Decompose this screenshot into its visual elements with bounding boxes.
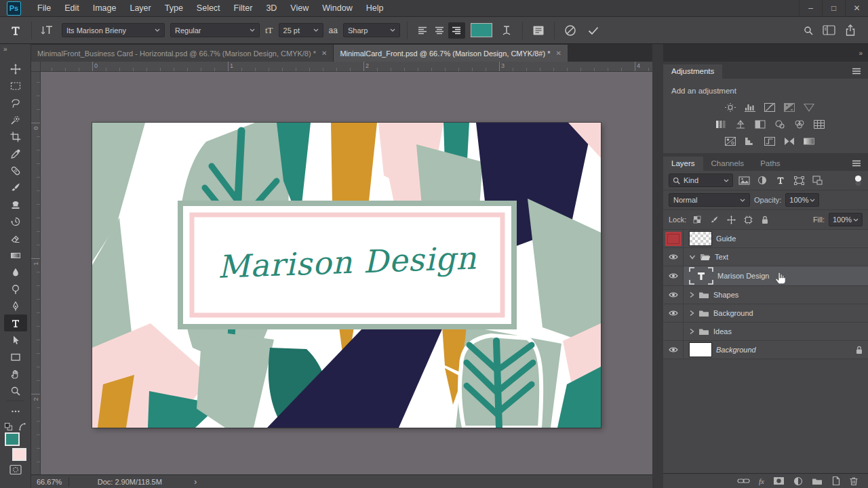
rectangular-marquee-tool[interactable]: [4, 77, 27, 94]
layer-row-guide[interactable]: Guide: [663, 230, 868, 248]
chevron-down-icon[interactable]: [689, 254, 696, 260]
menu-window[interactable]: Window: [315, 0, 359, 17]
menu-view[interactable]: View: [283, 0, 315, 17]
visibility-toggle[interactable]: [663, 266, 684, 285]
delete-layer-icon[interactable]: [849, 476, 859, 486]
text-color-swatch[interactable]: [471, 23, 492, 37]
gradient-tool[interactable]: [4, 247, 27, 264]
layer-name[interactable]: Marison Design: [717, 272, 769, 280]
exposure-icon[interactable]: [783, 102, 796, 113]
quick-selection-tool[interactable]: [4, 111, 27, 128]
new-group-icon[interactable]: [812, 477, 823, 485]
menu-help[interactable]: Help: [359, 0, 391, 17]
lock-transparency-icon[interactable]: [691, 214, 703, 226]
filter-toggle-switch[interactable]: [854, 175, 863, 186]
document-canvas[interactable]: Marison Design: [92, 123, 601, 428]
search-icon[interactable]: [804, 26, 813, 35]
color-lookup-icon[interactable]: [812, 119, 826, 129]
menu-edit[interactable]: Edit: [58, 0, 86, 17]
eraser-tool[interactable]: [4, 230, 27, 247]
align-center-button[interactable]: [431, 22, 448, 39]
pen-tool[interactable]: [4, 298, 27, 314]
visibility-toggle[interactable]: [663, 248, 684, 266]
add-layer-mask-icon[interactable]: [773, 476, 785, 485]
new-layer-icon[interactable]: [831, 476, 840, 486]
visibility-toggle[interactable]: [663, 323, 684, 340]
zoom-level-field[interactable]: 66.67%: [31, 478, 68, 486]
visibility-toggle[interactable]: [663, 230, 684, 247]
dodge-tool[interactable]: [4, 281, 27, 298]
layer-row-ideas-group[interactable]: Ideas: [663, 323, 868, 341]
cancel-edits-icon[interactable]: [561, 22, 579, 39]
type-tool-preset-icon[interactable]: [7, 22, 24, 39]
tab-layers[interactable]: Layers: [663, 157, 703, 171]
crop-tool[interactable]: [4, 128, 27, 145]
hand-tool[interactable]: [4, 365, 27, 382]
document-tab-1[interactable]: MinimalFront_Business Card - Horizontal.…: [31, 45, 334, 62]
move-tool[interactable]: [4, 60, 27, 77]
filter-shape-layers-icon[interactable]: [791, 174, 806, 187]
levels-icon[interactable]: [743, 102, 757, 113]
layer-name[interactable]: Text: [715, 253, 728, 261]
close-tab-icon[interactable]: ✕: [556, 49, 561, 57]
font-family-select[interactable]: Its Marison Brieny: [62, 23, 165, 37]
collapse-tools-icon[interactable]: »: [0, 44, 31, 60]
path-selection-tool[interactable]: [4, 331, 27, 348]
layer-row-background[interactable]: Background: [663, 341, 868, 359]
rectangle-tool[interactable]: [4, 348, 27, 365]
history-brush-tool[interactable]: [4, 213, 27, 230]
menu-image[interactable]: Image: [86, 0, 123, 17]
hue-saturation-icon[interactable]: [714, 119, 728, 129]
collapse-panels-icon[interactable]: »: [663, 44, 868, 62]
layer-name[interactable]: Background: [713, 309, 753, 317]
filter-smart-objects-icon[interactable]: [810, 174, 825, 187]
chevron-right-icon[interactable]: [689, 328, 694, 335]
new-adjustment-layer-icon[interactable]: [793, 476, 803, 486]
layer-row-background-group[interactable]: Background: [663, 304, 868, 323]
clone-stamp-tool[interactable]: [4, 196, 27, 213]
channel-mixer-icon[interactable]: [793, 119, 806, 129]
horizontal-type-tool[interactable]: [4, 314, 27, 331]
vibrance-icon[interactable]: [802, 102, 816, 113]
brightness-contrast-icon[interactable]: [724, 102, 737, 113]
anti-alias-select[interactable]: Sharp: [343, 23, 400, 37]
posterize-icon[interactable]: [743, 136, 757, 146]
maximize-button[interactable]: □: [822, 0, 845, 17]
selective-color-icon[interactable]: [783, 136, 796, 146]
tab-adjustments[interactable]: Adjustments: [663, 64, 722, 79]
layer-name[interactable]: Shapes: [713, 291, 738, 299]
toggle-character-panel-icon[interactable]: [530, 22, 547, 39]
document-tab-2[interactable]: MinimalCard_Front.psd @ 66.7% (Marison D…: [334, 45, 568, 62]
menu-filter[interactable]: Filter: [227, 0, 260, 17]
eyedropper-tool[interactable]: [4, 145, 27, 162]
font-style-select[interactable]: Regular: [170, 23, 260, 37]
invert-icon[interactable]: [724, 136, 737, 146]
swap-colors-icon[interactable]: [18, 422, 27, 431]
layer-thumbnail[interactable]: [689, 231, 712, 246]
layer-row-text-group[interactable]: Text: [663, 248, 868, 266]
layer-name[interactable]: Guide: [716, 235, 736, 243]
menu-file[interactable]: File: [31, 0, 58, 17]
vertical-ruler[interactable]: 0 1 2: [31, 72, 41, 474]
black-white-icon[interactable]: [753, 119, 767, 129]
layer-thumbnail[interactable]: [689, 342, 712, 357]
background-color-swatch[interactable]: [12, 448, 26, 461]
filter-adjustment-layers-icon[interactable]: [755, 174, 770, 187]
menu-select[interactable]: Select: [190, 0, 227, 17]
visibility-toggle[interactable]: [663, 286, 684, 304]
text-orientation-icon[interactable]: [39, 22, 56, 39]
warp-text-icon[interactable]: [498, 22, 515, 39]
tab-paths[interactable]: Paths: [752, 157, 788, 171]
blur-tool[interactable]: [4, 264, 27, 281]
layer-row-shapes-group[interactable]: Shapes: [663, 286, 868, 304]
close-button[interactable]: ✕: [845, 0, 868, 17]
pasteboard[interactable]: Marison Design: [41, 72, 652, 474]
share-icon[interactable]: [845, 24, 856, 36]
lock-pixels-icon[interactable]: [708, 214, 720, 226]
status-options-chevron[interactable]: ›: [190, 477, 201, 487]
minimize-button[interactable]: –: [799, 0, 822, 17]
curves-icon[interactable]: [763, 102, 776, 113]
opacity-field[interactable]: 100%: [785, 193, 819, 207]
edit-toolbar-icon[interactable]: [4, 403, 27, 420]
chevron-right-icon[interactable]: [689, 291, 694, 298]
